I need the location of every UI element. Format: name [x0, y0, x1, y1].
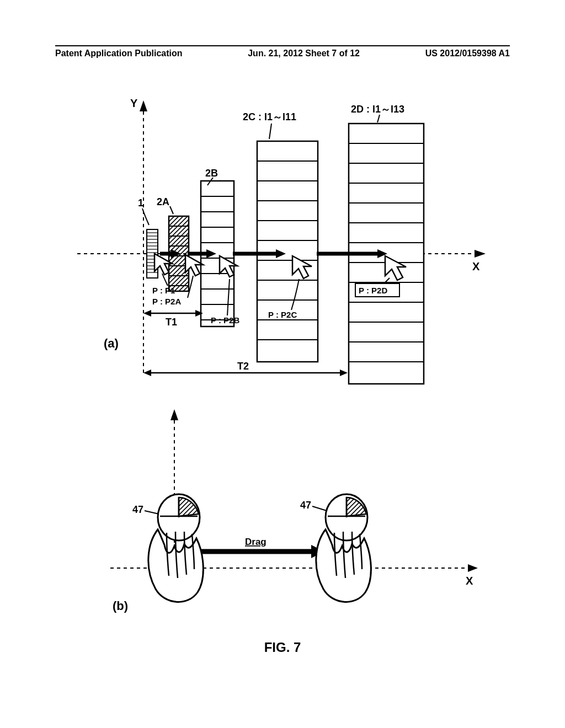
label-P2C: P : P2C	[268, 310, 297, 319]
label-1: 1	[138, 197, 143, 208]
axis-x-label-b: X	[466, 575, 473, 587]
figure-caption: FIG. 7	[0, 640, 565, 655]
mouse-left-label: 47	[132, 504, 143, 515]
svg-rect-4	[147, 229, 158, 278]
drag-label: Drag	[245, 537, 266, 547]
header-left: Patent Application Publication	[55, 49, 183, 58]
column-2C	[257, 141, 318, 362]
T2-span: T2	[143, 361, 348, 376]
label-P2D: P : P2D	[359, 286, 387, 295]
svg-marker-70	[143, 310, 151, 317]
svg-line-88	[312, 506, 327, 511]
label-P2B: P : P2B	[211, 315, 239, 325]
svg-line-84	[145, 511, 159, 514]
svg-marker-78	[468, 564, 478, 572]
label-2C: 2C : I1～I11	[243, 111, 296, 122]
svg-marker-3	[475, 250, 486, 258]
drag-arrow: Drag	[199, 537, 324, 558]
figure-area: Y X	[77, 88, 486, 629]
header-center: Jun. 21, 2012 Sheet 7 of 12	[248, 49, 360, 58]
axis-x-label-a: X	[472, 260, 480, 272]
header-right: US 2012/0159398 A1	[425, 49, 510, 58]
svg-marker-73	[143, 370, 151, 376]
label-2B: 2B	[205, 168, 218, 179]
T1-span: T1	[143, 310, 203, 328]
svg-marker-1	[140, 100, 147, 111]
axis-y-label: Y	[130, 97, 138, 109]
label-2A: 2A	[157, 196, 169, 207]
label-P1: P : P1	[152, 286, 175, 295]
label-2D: 2D : I1～I13	[351, 104, 404, 115]
figure-svg: Y X	[77, 88, 486, 629]
svg-marker-74	[340, 370, 348, 376]
label-T2: T2	[237, 361, 249, 372]
column-1	[147, 229, 158, 278]
sublabel-a: (a)	[104, 336, 119, 350]
mouse-left	[148, 494, 204, 602]
svg-rect-36	[257, 141, 318, 362]
label-T1: T1	[166, 317, 177, 328]
label-P2A: P : P2A	[152, 297, 181, 306]
svg-marker-76	[170, 409, 178, 420]
mouse-right-label: 47	[300, 500, 311, 511]
sublabel-b: (b)	[113, 599, 128, 613]
